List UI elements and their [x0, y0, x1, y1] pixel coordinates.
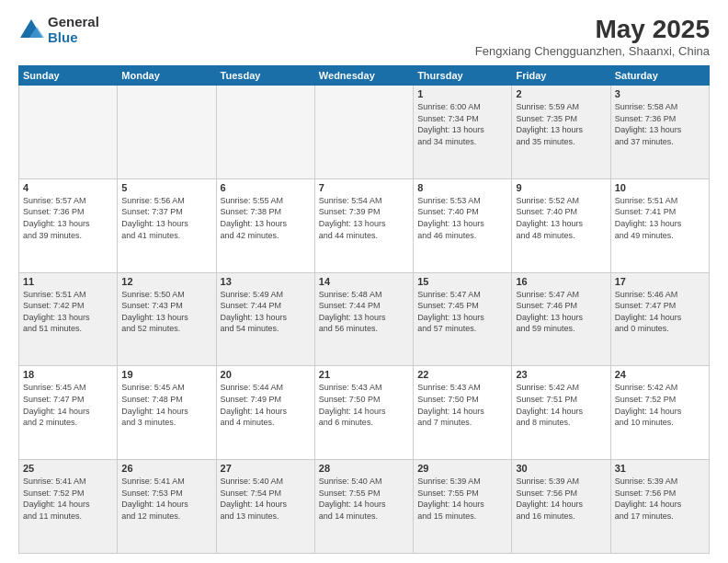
day-number: 9 — [516, 182, 606, 193]
day-number: 30 — [516, 463, 606, 474]
day-number: 2 — [516, 88, 606, 99]
calendar-cell: 9Sunrise: 5:52 AM Sunset: 7:40 PM Daylig… — [512, 178, 610, 272]
day-info: Sunrise: 5:47 AM Sunset: 7:46 PM Dayligh… — [516, 289, 606, 335]
calendar-cell: 13Sunrise: 5:49 AM Sunset: 7:44 PM Dayli… — [216, 272, 314, 366]
day-number: 25 — [23, 463, 113, 474]
day-number: 16 — [516, 276, 606, 287]
day-info: Sunrise: 5:53 AM Sunset: 7:40 PM Dayligh… — [417, 195, 507, 241]
calendar-header-saturday: Saturday — [610, 66, 709, 86]
page: General Blue May 2025 Fengxiang Chenggua… — [0, 0, 728, 563]
calendar: SundayMondayTuesdayWednesdayThursdayFrid… — [18, 65, 710, 554]
day-info: Sunrise: 5:50 AM Sunset: 7:43 PM Dayligh… — [121, 289, 211, 335]
calendar-cell: 19Sunrise: 5:45 AM Sunset: 7:48 PM Dayli… — [118, 366, 216, 460]
calendar-header-sunday: Sunday — [19, 66, 118, 86]
calendar-cell: 28Sunrise: 5:40 AM Sunset: 7:55 PM Dayli… — [314, 460, 413, 554]
day-number: 23 — [516, 369, 606, 380]
day-number: 5 — [121, 182, 211, 193]
calendar-cell: 24Sunrise: 5:42 AM Sunset: 7:52 PM Dayli… — [610, 366, 709, 460]
calendar-header-friday: Friday — [512, 66, 610, 86]
logo-blue: Blue — [48, 30, 99, 46]
calendar-header-tuesday: Tuesday — [216, 66, 314, 86]
calendar-header-thursday: Thursday — [414, 66, 512, 86]
day-number: 28 — [319, 463, 409, 474]
title-block: May 2025 Fengxiang Chengguanzhen, Shaanx… — [475, 15, 710, 58]
day-info: Sunrise: 5:44 AM Sunset: 7:49 PM Dayligh… — [221, 382, 311, 428]
calendar-cell: 25Sunrise: 5:41 AM Sunset: 7:52 PM Dayli… — [19, 460, 118, 554]
day-number: 1 — [417, 88, 507, 99]
calendar-cell — [118, 86, 216, 179]
day-number: 17 — [615, 276, 705, 287]
day-info: Sunrise: 5:48 AM Sunset: 7:44 PM Dayligh… — [319, 289, 409, 335]
day-number: 31 — [615, 463, 705, 474]
day-number: 29 — [417, 463, 507, 474]
day-number: 6 — [221, 182, 311, 193]
day-number: 4 — [23, 182, 113, 193]
day-info: Sunrise: 5:43 AM Sunset: 7:50 PM Dayligh… — [319, 382, 409, 428]
calendar-cell: 5Sunrise: 5:56 AM Sunset: 7:37 PM Daylig… — [118, 178, 216, 272]
calendar-week-0: 1Sunrise: 6:00 AM Sunset: 7:34 PM Daylig… — [19, 86, 710, 179]
day-number: 27 — [221, 463, 311, 474]
calendar-cell: 1Sunrise: 6:00 AM Sunset: 7:34 PM Daylig… — [414, 86, 512, 179]
calendar-cell: 18Sunrise: 5:45 AM Sunset: 7:47 PM Dayli… — [19, 366, 118, 460]
calendar-cell: 21Sunrise: 5:43 AM Sunset: 7:50 PM Dayli… — [314, 366, 413, 460]
day-number: 19 — [121, 369, 211, 380]
day-info: Sunrise: 5:51 AM Sunset: 7:42 PM Dayligh… — [23, 289, 113, 335]
calendar-cell: 16Sunrise: 5:47 AM Sunset: 7:46 PM Dayli… — [512, 272, 610, 366]
header: General Blue May 2025 Fengxiang Chenggua… — [18, 15, 710, 58]
day-info: Sunrise: 5:46 AM Sunset: 7:47 PM Dayligh… — [615, 289, 705, 335]
calendar-cell: 12Sunrise: 5:50 AM Sunset: 7:43 PM Dayli… — [118, 272, 216, 366]
day-info: Sunrise: 5:41 AM Sunset: 7:53 PM Dayligh… — [121, 476, 211, 522]
calendar-week-4: 25Sunrise: 5:41 AM Sunset: 7:52 PM Dayli… — [19, 460, 710, 554]
day-number: 21 — [319, 369, 409, 380]
calendar-cell: 3Sunrise: 5:58 AM Sunset: 7:36 PM Daylig… — [610, 86, 709, 179]
day-info: Sunrise: 5:40 AM Sunset: 7:54 PM Dayligh… — [221, 476, 311, 522]
calendar-cell — [216, 86, 314, 179]
logo: General Blue — [18, 15, 99, 45]
calendar-cell — [19, 86, 118, 179]
day-info: Sunrise: 6:00 AM Sunset: 7:34 PM Dayligh… — [417, 101, 507, 147]
logo-general: General — [48, 15, 99, 30]
day-info: Sunrise: 5:56 AM Sunset: 7:37 PM Dayligh… — [121, 195, 211, 241]
day-number: 14 — [319, 276, 409, 287]
day-info: Sunrise: 5:43 AM Sunset: 7:50 PM Dayligh… — [417, 382, 507, 428]
day-info: Sunrise: 5:49 AM Sunset: 7:44 PM Dayligh… — [221, 289, 311, 335]
calendar-cell: 6Sunrise: 5:55 AM Sunset: 7:38 PM Daylig… — [216, 178, 314, 272]
calendar-cell: 20Sunrise: 5:44 AM Sunset: 7:49 PM Dayli… — [216, 366, 314, 460]
calendar-week-1: 4Sunrise: 5:57 AM Sunset: 7:36 PM Daylig… — [19, 178, 710, 272]
calendar-cell: 23Sunrise: 5:42 AM Sunset: 7:51 PM Dayli… — [512, 366, 610, 460]
day-number: 24 — [615, 369, 705, 380]
month-title: May 2025 — [475, 15, 710, 44]
day-info: Sunrise: 5:54 AM Sunset: 7:39 PM Dayligh… — [319, 195, 409, 241]
day-info: Sunrise: 5:55 AM Sunset: 7:38 PM Dayligh… — [221, 195, 311, 241]
day-number: 8 — [417, 182, 507, 193]
calendar-cell: 22Sunrise: 5:43 AM Sunset: 7:50 PM Dayli… — [414, 366, 512, 460]
calendar-cell: 26Sunrise: 5:41 AM Sunset: 7:53 PM Dayli… — [118, 460, 216, 554]
day-number: 10 — [615, 182, 705, 193]
calendar-cell: 2Sunrise: 5:59 AM Sunset: 7:35 PM Daylig… — [512, 86, 610, 179]
day-number: 7 — [319, 182, 409, 193]
day-info: Sunrise: 5:45 AM Sunset: 7:48 PM Dayligh… — [121, 382, 211, 428]
day-info: Sunrise: 5:41 AM Sunset: 7:52 PM Dayligh… — [23, 476, 113, 522]
calendar-cell — [314, 86, 413, 179]
calendar-cell: 31Sunrise: 5:39 AM Sunset: 7:56 PM Dayli… — [610, 460, 709, 554]
day-info: Sunrise: 5:39 AM Sunset: 7:56 PM Dayligh… — [516, 476, 606, 522]
calendar-cell: 29Sunrise: 5:39 AM Sunset: 7:55 PM Dayli… — [414, 460, 512, 554]
day-info: Sunrise: 5:45 AM Sunset: 7:47 PM Dayligh… — [23, 382, 113, 428]
day-number: 26 — [121, 463, 211, 474]
day-number: 13 — [221, 276, 311, 287]
logo-text: General Blue — [48, 15, 99, 45]
day-number: 12 — [121, 276, 211, 287]
day-info: Sunrise: 5:40 AM Sunset: 7:55 PM Dayligh… — [319, 476, 409, 522]
calendar-header-wednesday: Wednesday — [314, 66, 413, 86]
calendar-header-row: SundayMondayTuesdayWednesdayThursdayFrid… — [19, 66, 710, 86]
day-info: Sunrise: 5:58 AM Sunset: 7:36 PM Dayligh… — [615, 101, 705, 147]
day-info: Sunrise: 5:59 AM Sunset: 7:35 PM Dayligh… — [516, 101, 606, 147]
day-info: Sunrise: 5:57 AM Sunset: 7:36 PM Dayligh… — [23, 195, 113, 241]
day-number: 18 — [23, 369, 113, 380]
calendar-cell: 4Sunrise: 5:57 AM Sunset: 7:36 PM Daylig… — [19, 178, 118, 272]
calendar-cell: 10Sunrise: 5:51 AM Sunset: 7:41 PM Dayli… — [610, 178, 709, 272]
calendar-cell: 11Sunrise: 5:51 AM Sunset: 7:42 PM Dayli… — [19, 272, 118, 366]
day-info: Sunrise: 5:39 AM Sunset: 7:56 PM Dayligh… — [615, 476, 705, 522]
calendar-week-2: 11Sunrise: 5:51 AM Sunset: 7:42 PM Dayli… — [19, 272, 710, 366]
calendar-cell: 17Sunrise: 5:46 AM Sunset: 7:47 PM Dayli… — [610, 272, 709, 366]
